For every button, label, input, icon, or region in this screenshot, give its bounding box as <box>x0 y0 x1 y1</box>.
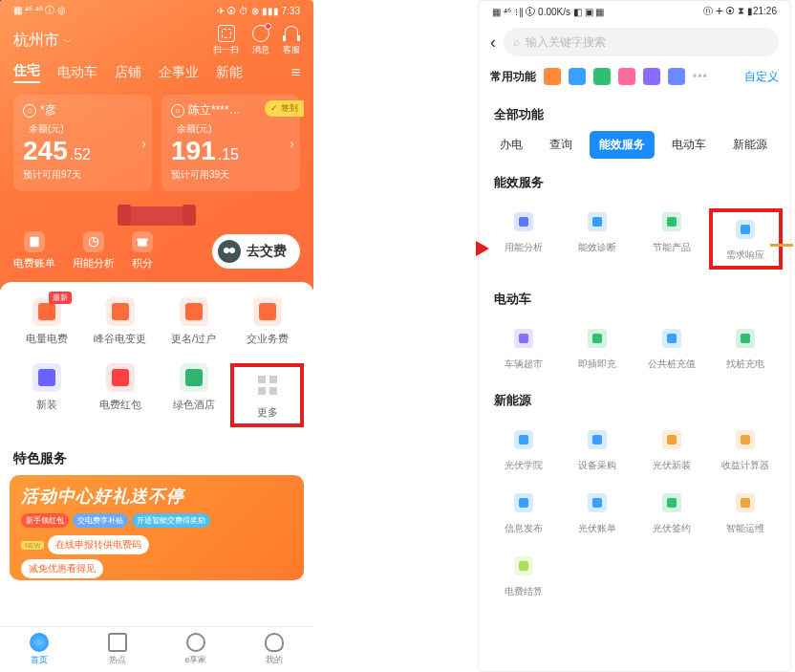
func-label: 光伏签约 <box>653 522 691 535</box>
func-电费结算[interactable]: 电费结算 <box>486 553 561 598</box>
rtab-1[interactable]: 查询 <box>540 131 582 159</box>
mini-icon[interactable] <box>569 68 586 85</box>
func-label: 电费结算 <box>505 585 543 598</box>
func-设备采购[interactable]: 设备采购 <box>561 426 635 472</box>
service-label: 绿色酒店 <box>173 398 215 412</box>
func-光伏账单[interactable]: 光伏账单 <box>561 489 635 535</box>
tab-shop[interactable]: 店铺 <box>115 64 141 81</box>
func-label: 用能分析 <box>505 241 543 254</box>
support-button[interactable]: 客服 <box>283 25 300 56</box>
func-label: 信息发布 <box>505 522 543 535</box>
services-grid: 最新电量电费峰谷电变更更名/过户交业务费新装电费红包绿色酒店更多 <box>0 282 313 437</box>
func-icon <box>584 325 611 352</box>
search-input[interactable]: ⌕ 输入关键字搜索 <box>504 28 779 56</box>
service-峰谷电变更[interactable]: 峰谷电变更 <box>83 297 157 346</box>
rtab-3[interactable]: 电动车 <box>662 131 716 159</box>
gift-icon <box>132 231 153 252</box>
svg-rect-8 <box>38 369 55 386</box>
func-收益计算器[interactable]: 收益计算器 <box>709 426 784 472</box>
sofa-illustration <box>0 197 313 226</box>
customize-link[interactable]: 自定义 <box>744 69 779 85</box>
service-绿色酒店[interactable]: 绿色酒店 <box>157 363 230 427</box>
messages-button[interactable]: 消息 <box>252 25 269 56</box>
home-icon: ⌂ <box>23 104 36 118</box>
func-label: 需求响应 <box>726 249 764 262</box>
service-电量电费[interactable]: 最新电量电费 <box>10 297 83 346</box>
mini-icon[interactable] <box>618 68 635 85</box>
nav-hot[interactable]: 热点 <box>78 627 157 672</box>
svg-rect-16 <box>519 217 528 227</box>
func-label: 找桩充电 <box>726 358 764 371</box>
svg-rect-9 <box>112 369 129 386</box>
mini-icon[interactable] <box>593 68 611 85</box>
chevron-right-icon: › <box>290 136 294 151</box>
func-label: 节能产品 <box>653 241 691 254</box>
nav-mine[interactable]: 我的 <box>235 627 313 672</box>
svg-rect-2 <box>138 240 146 246</box>
tab-enterprise[interactable]: 企事业 <box>159 64 199 81</box>
service-icon <box>253 297 282 326</box>
mini-icon[interactable] <box>544 68 561 85</box>
nav-ehome[interactable]: e享家 <box>157 627 235 672</box>
scan-button[interactable]: 扫一扫 <box>213 25 239 56</box>
rtab-4[interactable]: 新能源 <box>723 131 777 159</box>
bill-button[interactable]: 电费账单 <box>13 231 55 271</box>
func-icon <box>510 426 537 453</box>
svg-rect-7 <box>259 303 276 320</box>
service-更名/过户[interactable]: 更名/过户 <box>157 297 230 346</box>
promo-banner[interactable]: 活动中心好礼送不停 新手领红包 交电费享补贴 开通智能交费得奖励 NEW在线申报… <box>10 475 304 580</box>
pie-icon <box>83 231 104 252</box>
balance-card-1[interactable]: ⌂*彦 余额(元) 245.52 预计可用97天 › <box>13 95 152 191</box>
tab-ev[interactable]: 电动车 <box>57 64 97 81</box>
svg-rect-38 <box>741 435 750 444</box>
mini-icon[interactable] <box>643 68 660 85</box>
rtab-2[interactable]: 能效服务 <box>590 131 655 159</box>
svg-rect-36 <box>667 435 677 444</box>
service-icon <box>106 297 135 326</box>
service-更多[interactable]: 更多 <box>230 363 304 427</box>
sign-in-badge[interactable]: ✓ 签到 <box>265 100 304 117</box>
service-交业务费[interactable]: 交业务费 <box>230 297 304 346</box>
location-picker[interactable]: 杭州市﹀ <box>13 31 73 51</box>
section-title: 能效服务 <box>479 159 790 199</box>
func-能效诊断[interactable]: 能效诊断 <box>561 208 635 270</box>
service-icon <box>180 363 208 392</box>
all-functions-title: 全部功能 <box>479 91 790 131</box>
tabs-more-icon[interactable]: ≡ <box>291 64 300 81</box>
func-公共桩充值[interactable]: 公共桩充值 <box>634 325 709 371</box>
service-新装[interactable]: 新装 <box>10 363 83 427</box>
svg-rect-42 <box>592 498 602 508</box>
svg-rect-10 <box>185 369 203 386</box>
func-label: 车辆超市 <box>505 358 543 371</box>
rtab-0[interactable]: 办电 <box>490 131 532 159</box>
func-节能产品[interactable]: 节能产品 <box>634 208 709 270</box>
func-label: 公共桩充值 <box>648 358 696 371</box>
func-找桩充电[interactable]: 找桩充电 <box>709 325 784 371</box>
func-光伏新装[interactable]: 光伏新装 <box>634 426 709 472</box>
pay-button[interactable]: 去交费 <box>212 234 300 269</box>
back-button[interactable]: ‹ <box>490 33 496 53</box>
svg-rect-30 <box>741 334 750 343</box>
func-label: 智能运维 <box>726 522 764 535</box>
func-用能分析[interactable]: 用能分析 <box>486 208 561 270</box>
func-光伏签约[interactable]: 光伏签约 <box>634 489 709 535</box>
func-即插即充[interactable]: 即插即充 <box>561 325 635 371</box>
func-车辆超市[interactable]: 车辆超市 <box>486 325 561 371</box>
service-icon <box>253 371 282 400</box>
svg-rect-4 <box>38 303 55 320</box>
func-智能运维[interactable]: 智能运维 <box>709 489 784 535</box>
mini-icon[interactable] <box>668 68 685 85</box>
service-电费红包[interactable]: 电费红包 <box>83 363 157 427</box>
service-label: 电费红包 <box>99 398 141 412</box>
tab-home[interactable]: 住宅 <box>13 62 40 83</box>
svg-rect-6 <box>185 303 203 320</box>
func-需求响应[interactable]: 需求响应 <box>709 208 784 270</box>
analysis-button[interactable]: 用能分析 <box>73 231 115 271</box>
func-光伏学院[interactable]: 光伏学院 <box>486 426 561 472</box>
nav-home[interactable]: 首页 <box>0 627 78 672</box>
bill-icon <box>24 231 45 252</box>
tab-new-energy[interactable]: 新能 <box>216 64 243 81</box>
func-信息发布[interactable]: 信息发布 <box>486 489 561 535</box>
balance-card-2[interactable]: ✓ 签到 ⌂陈立****… 余额(元) 191.15 预计可用39天 › <box>161 95 300 191</box>
points-button[interactable]: 积分 <box>132 231 153 271</box>
